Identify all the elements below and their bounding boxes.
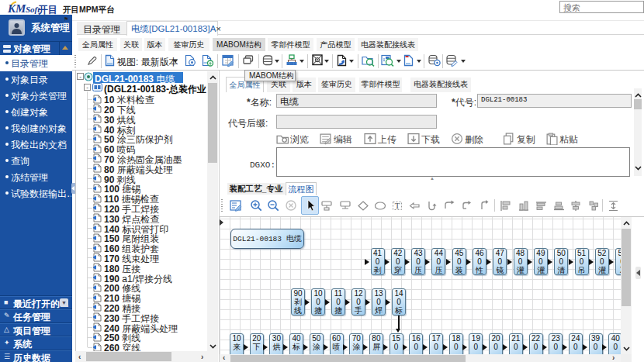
svg-text:T: T xyxy=(395,201,400,210)
svg-text:KM: KM xyxy=(7,2,26,15)
svg-text:开目: 开目 xyxy=(37,5,57,16)
